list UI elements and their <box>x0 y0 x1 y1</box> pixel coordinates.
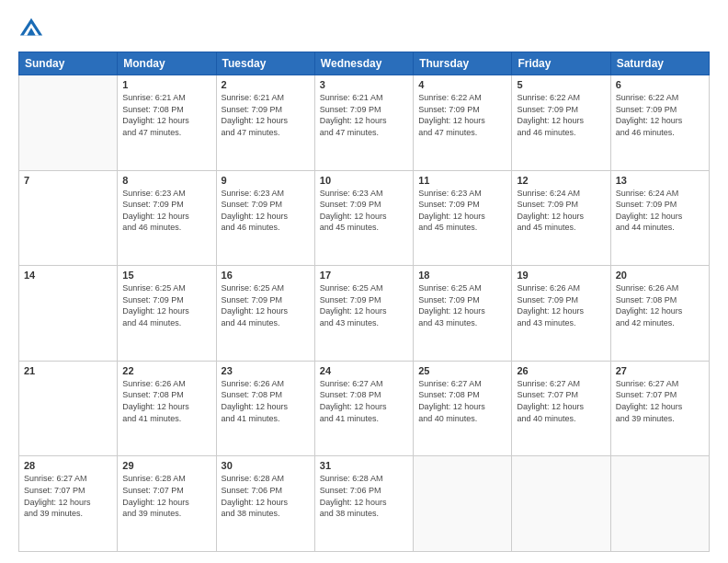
day-info: Sunrise: 6:21 AMSunset: 7:09 PMDaylight:… <box>222 92 310 138</box>
day-info: Sunrise: 6:25 AMSunset: 7:09 PMDaylight:… <box>418 282 506 328</box>
calendar-cell: 27Sunrise: 6:27 AMSunset: 7:07 PMDayligh… <box>610 361 709 456</box>
calendar-cell: 20Sunrise: 6:26 AMSunset: 7:08 PMDayligh… <box>610 266 709 362</box>
day-info: Sunrise: 6:27 AMSunset: 7:07 PMDaylight:… <box>616 378 704 424</box>
calendar-cell: 23Sunrise: 6:26 AMSunset: 7:08 PMDayligh… <box>216 361 314 456</box>
day-info: Sunrise: 6:27 AMSunset: 7:07 PMDaylight:… <box>24 473 112 519</box>
day-info: Sunrise: 6:22 AMSunset: 7:09 PMDaylight:… <box>517 92 605 138</box>
calendar-week-row: 1415Sunrise: 6:25 AMSunset: 7:09 PMDayli… <box>19 266 710 362</box>
calendar-day-header: Tuesday <box>216 52 314 75</box>
calendar-cell: 29Sunrise: 6:28 AMSunset: 7:07 PMDayligh… <box>118 456 216 552</box>
day-number: 14 <box>24 270 112 281</box>
calendar-cell: 2Sunrise: 6:21 AMSunset: 7:09 PMDaylight… <box>216 75 314 171</box>
day-number: 26 <box>517 365 605 376</box>
calendar-cell: 6Sunrise: 6:22 AMSunset: 7:09 PMDaylight… <box>610 75 709 171</box>
day-number: 12 <box>517 175 605 186</box>
day-info: Sunrise: 6:23 AMSunset: 7:09 PMDaylight:… <box>320 188 408 234</box>
logo-icon <box>18 17 44 42</box>
calendar-day-header: Friday <box>512 52 610 75</box>
calendar-day-header: Saturday <box>610 52 709 75</box>
calendar-cell <box>19 75 118 171</box>
calendar-day-header: Thursday <box>414 52 512 75</box>
day-number: 6 <box>616 79 704 90</box>
calendar-cell: 10Sunrise: 6:23 AMSunset: 7:09 PMDayligh… <box>314 170 413 266</box>
day-number: 4 <box>418 79 506 90</box>
calendar-cell: 22Sunrise: 6:26 AMSunset: 7:08 PMDayligh… <box>118 361 216 456</box>
calendar-cell: 17Sunrise: 6:25 AMSunset: 7:09 PMDayligh… <box>314 266 413 362</box>
calendar-week-row: 78Sunrise: 6:23 AMSunset: 7:09 PMDayligh… <box>19 170 710 266</box>
day-info: Sunrise: 6:21 AMSunset: 7:09 PMDaylight:… <box>320 92 408 138</box>
day-info: Sunrise: 6:26 AMSunset: 7:09 PMDaylight:… <box>517 282 605 328</box>
calendar-cell: 26Sunrise: 6:27 AMSunset: 7:07 PMDayligh… <box>512 361 610 456</box>
day-number: 20 <box>616 270 704 281</box>
logo <box>18 17 48 42</box>
day-info: Sunrise: 6:22 AMSunset: 7:09 PMDaylight:… <box>616 92 704 138</box>
day-info: Sunrise: 6:27 AMSunset: 7:08 PMDaylight:… <box>418 378 506 424</box>
calendar-cell: 30Sunrise: 6:28 AMSunset: 7:06 PMDayligh… <box>216 456 314 552</box>
day-info: Sunrise: 6:24 AMSunset: 7:09 PMDaylight:… <box>517 188 605 234</box>
day-number: 8 <box>122 175 210 186</box>
calendar-day-header: Monday <box>118 52 216 75</box>
calendar-cell <box>414 456 512 552</box>
calendar-cell <box>512 456 610 552</box>
day-number: 31 <box>320 460 408 471</box>
day-info: Sunrise: 6:23 AMSunset: 7:09 PMDaylight:… <box>418 188 506 234</box>
day-info: Sunrise: 6:25 AMSunset: 7:09 PMDaylight:… <box>320 282 408 328</box>
day-number: 18 <box>418 270 506 281</box>
day-info: Sunrise: 6:26 AMSunset: 7:08 PMDaylight:… <box>222 378 310 424</box>
day-number: 1 <box>122 79 210 90</box>
calendar-cell: 5Sunrise: 6:22 AMSunset: 7:09 PMDaylight… <box>512 75 610 171</box>
day-number: 21 <box>24 365 112 376</box>
calendar-cell: 31Sunrise: 6:28 AMSunset: 7:06 PMDayligh… <box>314 456 413 552</box>
calendar-cell: 18Sunrise: 6:25 AMSunset: 7:09 PMDayligh… <box>414 266 512 362</box>
day-info: Sunrise: 6:24 AMSunset: 7:09 PMDaylight:… <box>616 188 704 234</box>
day-number: 28 <box>24 460 112 471</box>
header <box>18 17 710 42</box>
calendar-cell: 7 <box>19 170 118 266</box>
day-number: 17 <box>320 270 408 281</box>
calendar-cell: 28Sunrise: 6:27 AMSunset: 7:07 PMDayligh… <box>19 456 118 552</box>
day-info: Sunrise: 6:25 AMSunset: 7:09 PMDaylight:… <box>222 282 310 328</box>
day-info: Sunrise: 6:28 AMSunset: 7:06 PMDaylight:… <box>320 473 408 519</box>
day-number: 11 <box>418 175 506 186</box>
calendar-header-row: SundayMondayTuesdayWednesdayThursdayFrid… <box>19 52 710 75</box>
day-number: 27 <box>616 365 704 376</box>
day-info: Sunrise: 6:25 AMSunset: 7:09 PMDaylight:… <box>122 282 210 328</box>
page: SundayMondayTuesdayWednesdayThursdayFrid… <box>0 0 728 563</box>
calendar-cell: 13Sunrise: 6:24 AMSunset: 7:09 PMDayligh… <box>610 170 709 266</box>
day-number: 15 <box>122 270 210 281</box>
calendar-cell: 11Sunrise: 6:23 AMSunset: 7:09 PMDayligh… <box>414 170 512 266</box>
day-info: Sunrise: 6:26 AMSunset: 7:08 PMDaylight:… <box>616 282 704 328</box>
calendar-cell: 21 <box>19 361 118 456</box>
calendar-cell: 4Sunrise: 6:22 AMSunset: 7:09 PMDaylight… <box>414 75 512 171</box>
calendar-week-row: 1Sunrise: 6:21 AMSunset: 7:08 PMDaylight… <box>19 75 710 171</box>
day-number: 9 <box>222 175 310 186</box>
calendar-cell: 19Sunrise: 6:26 AMSunset: 7:09 PMDayligh… <box>512 266 610 362</box>
calendar-cell: 15Sunrise: 6:25 AMSunset: 7:09 PMDayligh… <box>118 266 216 362</box>
calendar-day-header: Sunday <box>19 52 118 75</box>
calendar-cell: 16Sunrise: 6:25 AMSunset: 7:09 PMDayligh… <box>216 266 314 362</box>
calendar-day-header: Wednesday <box>314 52 413 75</box>
calendar-cell: 12Sunrise: 6:24 AMSunset: 7:09 PMDayligh… <box>512 170 610 266</box>
day-number: 2 <box>222 79 310 90</box>
calendar-cell: 24Sunrise: 6:27 AMSunset: 7:08 PMDayligh… <box>314 361 413 456</box>
day-info: Sunrise: 6:23 AMSunset: 7:09 PMDaylight:… <box>122 188 210 234</box>
day-info: Sunrise: 6:23 AMSunset: 7:09 PMDaylight:… <box>222 188 310 234</box>
day-info: Sunrise: 6:21 AMSunset: 7:08 PMDaylight:… <box>122 92 210 138</box>
day-number: 5 <box>517 79 605 90</box>
day-number: 24 <box>320 365 408 376</box>
day-number: 22 <box>122 365 210 376</box>
calendar-cell: 14 <box>19 266 118 362</box>
calendar-week-row: 2122Sunrise: 6:26 AMSunset: 7:08 PMDayli… <box>19 361 710 456</box>
day-number: 23 <box>222 365 310 376</box>
calendar-cell <box>610 456 709 552</box>
day-info: Sunrise: 6:22 AMSunset: 7:09 PMDaylight:… <box>418 92 506 138</box>
day-number: 29 <box>122 460 210 471</box>
day-number: 16 <box>222 270 310 281</box>
day-number: 3 <box>320 79 408 90</box>
day-info: Sunrise: 6:28 AMSunset: 7:06 PMDaylight:… <box>222 473 310 519</box>
day-number: 30 <box>222 460 310 471</box>
calendar-week-row: 28Sunrise: 6:27 AMSunset: 7:07 PMDayligh… <box>19 456 710 552</box>
calendar-cell: 8Sunrise: 6:23 AMSunset: 7:09 PMDaylight… <box>118 170 216 266</box>
day-number: 25 <box>418 365 506 376</box>
day-number: 13 <box>616 175 704 186</box>
